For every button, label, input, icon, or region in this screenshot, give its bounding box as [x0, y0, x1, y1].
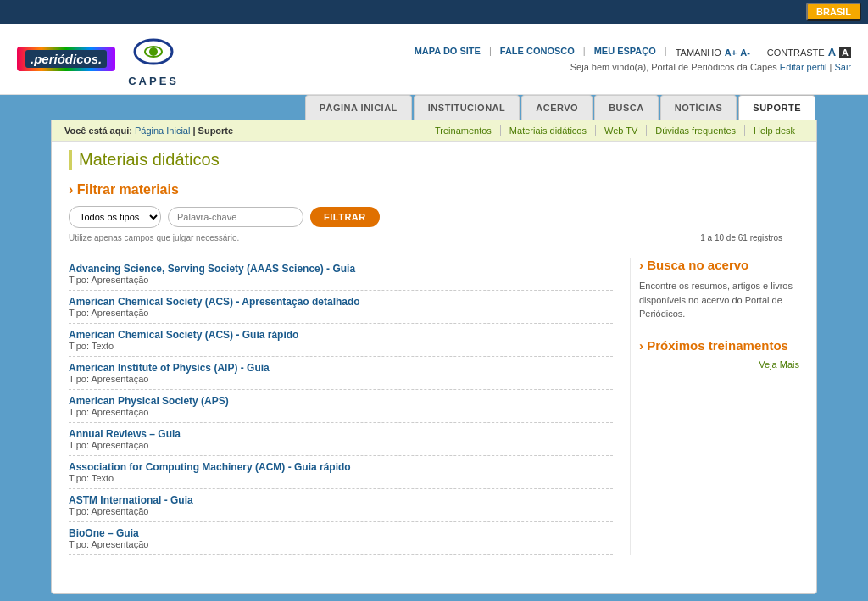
keyword-input[interactable]	[168, 207, 303, 227]
list-item: American Chemical Society (ACS) - Guia r…	[69, 324, 613, 357]
list-section: Advancing Science, Serving Society (AAAS…	[69, 258, 630, 555]
item-tipo-6: Tipo: Texto	[69, 473, 613, 483]
item-tipo-2: Tipo: Texto	[69, 341, 613, 351]
list-item: American Institute of Physics (AIP) - Gu…	[69, 357, 613, 390]
font-decrease-link[interactable]: A-	[740, 47, 750, 58]
periodicos-logo-text: .periódicos.	[25, 50, 107, 68]
tab-pagina-inicial[interactable]: PÁGINA INICIAL	[305, 95, 412, 120]
sidebar-section: Busca no acervo Encontre os resumos, art…	[630, 258, 799, 555]
breadcrumb-bar: Você está aqui: Página Inicial | Suporte…	[52, 120, 816, 142]
contrast-a1-link[interactable]: A	[828, 46, 836, 58]
item-tipo-3: Tipo: Apresentação	[69, 374, 613, 384]
item-tipo-5: Tipo: Apresentação	[69, 440, 613, 450]
veja-mais-link[interactable]: Veja Mais	[639, 359, 799, 370]
item-tipo-1: Tipo: Apresentação	[69, 308, 613, 318]
filter-row: Todos os tipos FILTRAR	[69, 206, 799, 228]
tab-suporte[interactable]: SUPORTE	[738, 95, 815, 120]
tab-noticias[interactable]: NOTÍCIAS	[660, 95, 737, 120]
capes-logo-wrap: CAPES	[128, 31, 179, 87]
item-tipo-8: Tipo: Apresentação	[69, 539, 613, 549]
item-link-4[interactable]: American Physical Society (APS)	[69, 395, 229, 407]
edit-profile-link[interactable]: Editar perfil	[780, 62, 827, 72]
periodicos-logo: .periódicos.	[17, 47, 115, 71]
type-select[interactable]: Todos os tipos	[69, 206, 161, 228]
subnav-duvidas[interactable]: Dúvidas frequentes	[647, 125, 745, 136]
breadcrumb-current: Suporte	[198, 125, 234, 136]
page-title-bar: Materiais didáticos	[52, 142, 816, 174]
font-increase-link[interactable]: A+	[725, 47, 737, 58]
item-link-6[interactable]: Association for Computing Machinery (ACM…	[69, 461, 351, 473]
subnav: Treinamentos Materiais didáticos Web TV …	[426, 125, 804, 136]
busca-acervo-text: Encontre os resumos, artigos e livros di…	[639, 279, 799, 321]
breadcrumb: Você está aqui: Página Inicial | Suporte	[64, 125, 233, 136]
list-item: Advancing Science, Serving Society (AAAS…	[69, 258, 613, 291]
list-item: BioOne – Guia Tipo: Apresentação	[69, 522, 613, 555]
tab-institucional[interactable]: INSTITUCIONAL	[414, 95, 520, 120]
item-link-0[interactable]: Advancing Science, Serving Society (AAAS…	[69, 263, 355, 275]
proximos-title: Próximos treinamentos	[639, 338, 799, 353]
busca-acervo-box: Busca no acervo Encontre os resumos, art…	[639, 258, 799, 321]
mapa-site-link[interactable]: MAPA DO SITE	[415, 46, 481, 58]
sair-link[interactable]: Sair	[834, 62, 851, 72]
filter-title: Filtrar materiais	[69, 182, 799, 198]
proximos-treinamentos-box: Próximos treinamentos Veja Mais	[639, 338, 799, 370]
main-layout: Advancing Science, Serving Society (AAAS…	[52, 258, 816, 555]
results-count: 1 a 10 de 61 registros	[683, 233, 799, 242]
header: .periódicos. CAPES MAPA DO SITE | FALE C…	[0, 24, 868, 95]
list-item: American Chemical Society (ACS) - Aprese…	[69, 291, 613, 324]
fale-conosco-link[interactable]: FALE CONOSCO	[500, 46, 575, 58]
meu-espaco-link[interactable]: MEU ESPAÇO	[594, 46, 656, 58]
list-item: Association for Computing Machinery (ACM…	[69, 456, 613, 489]
font-size-controls: TAMANHO A+ A- CONTRASTE A A	[676, 46, 851, 58]
busca-acervo-title: Busca no acervo	[639, 258, 799, 272]
list-item: ASTM International - Guia Tipo: Apresent…	[69, 489, 613, 522]
tab-busca[interactable]: BUSCA	[594, 95, 659, 120]
filter-section: Filtrar materiais Todos os tipos FILTRAR…	[52, 174, 816, 258]
list-item: American Physical Society (APS) Tipo: Ap…	[69, 390, 613, 423]
item-link-1[interactable]: American Chemical Society (ACS) - Aprese…	[69, 296, 360, 308]
item-tipo-0: Tipo: Apresentação	[69, 275, 613, 285]
list-item: Annual Reviews – Guia Tipo: Apresentação	[69, 423, 613, 456]
svg-point-1	[149, 47, 158, 56]
subnav-treinamentos[interactable]: Treinamentos	[426, 125, 501, 136]
subnav-webtv[interactable]: Web TV	[596, 125, 647, 136]
item-link-5[interactable]: Annual Reviews – Guia	[69, 428, 181, 440]
contrast-a2-link[interactable]: A	[839, 47, 851, 58]
welcome-line: Seja bem vindo(a), Portal de Periódicos …	[570, 62, 851, 72]
capes-logo-icon	[132, 31, 175, 73]
top-bar: BRASIL	[0, 0, 868, 24]
tab-acervo[interactable]: ACERVO	[521, 95, 593, 120]
item-tipo-4: Tipo: Apresentação	[69, 407, 613, 417]
item-tipo-7: Tipo: Apresentação	[69, 506, 613, 516]
header-top-nav: MAPA DO SITE | FALE CONOSCO | MEU ESPAÇO…	[415, 46, 851, 58]
item-link-2[interactable]: American Chemical Society (ACS) - Guia r…	[69, 329, 298, 341]
page-title: Materiais didáticos	[69, 150, 220, 170]
subnav-helpdesk[interactable]: Help desk	[745, 125, 804, 136]
item-link-8[interactable]: BioOne – Guia	[69, 527, 139, 539]
filter-hint: Utilize apenas campos que julgar necessá…	[69, 233, 239, 242]
breadcrumb-home[interactable]: Página Inicial	[135, 125, 190, 136]
capes-logo-text: CAPES	[128, 75, 179, 87]
nav-tabs: PÁGINA INICIAL INSTITUCIONAL ACERVO BUSC…	[305, 95, 817, 120]
brasil-button[interactable]: BRASIL	[806, 3, 861, 21]
item-link-7[interactable]: ASTM International - Guia	[69, 494, 193, 506]
content-wrap: Você está aqui: Página Inicial | Suporte…	[51, 120, 817, 594]
subnav-materiais[interactable]: Materiais didáticos	[501, 125, 596, 136]
filter-button[interactable]: FILTRAR	[310, 207, 380, 227]
item-link-3[interactable]: American Institute of Physics (AIP) - Gu…	[69, 362, 270, 374]
header-logos: .periódicos. CAPES	[17, 31, 179, 87]
header-right: MAPA DO SITE | FALE CONOSCO | MEU ESPAÇO…	[415, 46, 851, 72]
main-nav: PÁGINA INICIAL INSTITUCIONAL ACERVO BUSC…	[0, 95, 868, 120]
